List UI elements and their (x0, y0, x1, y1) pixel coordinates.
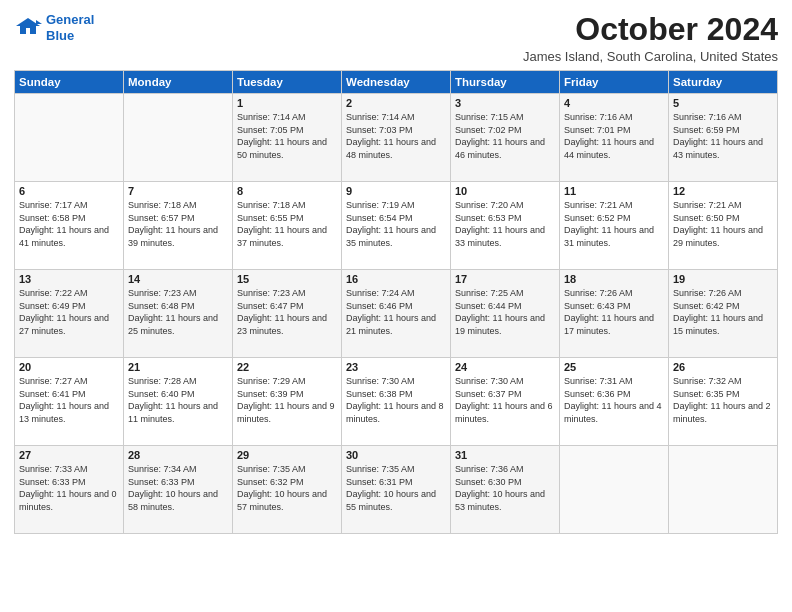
day-info: Sunrise: 7:23 AMSunset: 6:48 PMDaylight:… (128, 287, 228, 337)
day-info: Sunrise: 7:35 AMSunset: 6:31 PMDaylight:… (346, 463, 446, 513)
day-number: 10 (455, 185, 555, 197)
day-info: Sunrise: 7:21 AMSunset: 6:52 PMDaylight:… (564, 199, 664, 249)
calendar-cell: 1Sunrise: 7:14 AMSunset: 7:05 PMDaylight… (233, 94, 342, 182)
day-info: Sunrise: 7:30 AMSunset: 6:37 PMDaylight:… (455, 375, 555, 425)
calendar-cell: 23Sunrise: 7:30 AMSunset: 6:38 PMDayligh… (342, 358, 451, 446)
title-area: October 2024 James Island, South Carolin… (523, 12, 778, 64)
calendar-cell: 27Sunrise: 7:33 AMSunset: 6:33 PMDayligh… (15, 446, 124, 534)
day-info: Sunrise: 7:28 AMSunset: 6:40 PMDaylight:… (128, 375, 228, 425)
day-number: 18 (564, 273, 664, 285)
calendar-header-monday: Monday (124, 71, 233, 94)
calendar-cell: 18Sunrise: 7:26 AMSunset: 6:43 PMDayligh… (560, 270, 669, 358)
calendar-header-row: SundayMondayTuesdayWednesdayThursdayFrid… (15, 71, 778, 94)
calendar-cell: 28Sunrise: 7:34 AMSunset: 6:33 PMDayligh… (124, 446, 233, 534)
day-number: 29 (237, 449, 337, 461)
calendar-cell: 2Sunrise: 7:14 AMSunset: 7:03 PMDaylight… (342, 94, 451, 182)
day-info: Sunrise: 7:16 AMSunset: 6:59 PMDaylight:… (673, 111, 773, 161)
calendar-cell: 3Sunrise: 7:15 AMSunset: 7:02 PMDaylight… (451, 94, 560, 182)
day-info: Sunrise: 7:32 AMSunset: 6:35 PMDaylight:… (673, 375, 773, 425)
calendar-cell: 7Sunrise: 7:18 AMSunset: 6:57 PMDaylight… (124, 182, 233, 270)
day-number: 20 (19, 361, 119, 373)
day-number: 6 (19, 185, 119, 197)
day-number: 21 (128, 361, 228, 373)
day-number: 8 (237, 185, 337, 197)
calendar-header-thursday: Thursday (451, 71, 560, 94)
calendar-cell: 12Sunrise: 7:21 AMSunset: 6:50 PMDayligh… (669, 182, 778, 270)
calendar-week-2: 6Sunrise: 7:17 AMSunset: 6:58 PMDaylight… (15, 182, 778, 270)
calendar-week-1: 1Sunrise: 7:14 AMSunset: 7:05 PMDaylight… (15, 94, 778, 182)
calendar-cell: 14Sunrise: 7:23 AMSunset: 6:48 PMDayligh… (124, 270, 233, 358)
svg-marker-1 (36, 20, 42, 24)
day-number: 23 (346, 361, 446, 373)
calendar-cell: 15Sunrise: 7:23 AMSunset: 6:47 PMDayligh… (233, 270, 342, 358)
location: James Island, South Carolina, United Sta… (523, 49, 778, 64)
day-info: Sunrise: 7:30 AMSunset: 6:38 PMDaylight:… (346, 375, 446, 425)
day-info: Sunrise: 7:35 AMSunset: 6:32 PMDaylight:… (237, 463, 337, 513)
day-info: Sunrise: 7:31 AMSunset: 6:36 PMDaylight:… (564, 375, 664, 425)
day-number: 4 (564, 97, 664, 109)
day-info: Sunrise: 7:18 AMSunset: 6:55 PMDaylight:… (237, 199, 337, 249)
day-number: 3 (455, 97, 555, 109)
day-info: Sunrise: 7:24 AMSunset: 6:46 PMDaylight:… (346, 287, 446, 337)
calendar-header-sunday: Sunday (15, 71, 124, 94)
calendar-cell (560, 446, 669, 534)
day-number: 17 (455, 273, 555, 285)
day-number: 27 (19, 449, 119, 461)
day-number: 5 (673, 97, 773, 109)
logo-line1: General (46, 12, 94, 27)
day-number: 13 (19, 273, 119, 285)
calendar-week-3: 13Sunrise: 7:22 AMSunset: 6:49 PMDayligh… (15, 270, 778, 358)
day-number: 16 (346, 273, 446, 285)
day-info: Sunrise: 7:34 AMSunset: 6:33 PMDaylight:… (128, 463, 228, 513)
calendar-cell (15, 94, 124, 182)
day-number: 2 (346, 97, 446, 109)
calendar-header-wednesday: Wednesday (342, 71, 451, 94)
day-number: 9 (346, 185, 446, 197)
calendar-header-tuesday: Tuesday (233, 71, 342, 94)
day-number: 11 (564, 185, 664, 197)
calendar-header-friday: Friday (560, 71, 669, 94)
day-number: 25 (564, 361, 664, 373)
day-number: 12 (673, 185, 773, 197)
day-number: 31 (455, 449, 555, 461)
day-number: 14 (128, 273, 228, 285)
calendar-week-5: 27Sunrise: 7:33 AMSunset: 6:33 PMDayligh… (15, 446, 778, 534)
day-number: 28 (128, 449, 228, 461)
day-info: Sunrise: 7:29 AMSunset: 6:39 PMDaylight:… (237, 375, 337, 425)
day-number: 26 (673, 361, 773, 373)
day-number: 19 (673, 273, 773, 285)
calendar-cell: 6Sunrise: 7:17 AMSunset: 6:58 PMDaylight… (15, 182, 124, 270)
day-number: 1 (237, 97, 337, 109)
calendar-cell: 4Sunrise: 7:16 AMSunset: 7:01 PMDaylight… (560, 94, 669, 182)
calendar-cell: 20Sunrise: 7:27 AMSunset: 6:41 PMDayligh… (15, 358, 124, 446)
logo: General Blue (14, 12, 94, 43)
day-info: Sunrise: 7:27 AMSunset: 6:41 PMDaylight:… (19, 375, 119, 425)
calendar-cell: 10Sunrise: 7:20 AMSunset: 6:53 PMDayligh… (451, 182, 560, 270)
day-info: Sunrise: 7:18 AMSunset: 6:57 PMDaylight:… (128, 199, 228, 249)
calendar-cell: 5Sunrise: 7:16 AMSunset: 6:59 PMDaylight… (669, 94, 778, 182)
calendar-cell: 24Sunrise: 7:30 AMSunset: 6:37 PMDayligh… (451, 358, 560, 446)
logo-icon (14, 16, 42, 40)
day-info: Sunrise: 7:26 AMSunset: 6:42 PMDaylight:… (673, 287, 773, 337)
calendar-header-saturday: Saturday (669, 71, 778, 94)
day-number: 22 (237, 361, 337, 373)
day-info: Sunrise: 7:15 AMSunset: 7:02 PMDaylight:… (455, 111, 555, 161)
logo-text: General Blue (46, 12, 94, 43)
calendar-week-4: 20Sunrise: 7:27 AMSunset: 6:41 PMDayligh… (15, 358, 778, 446)
calendar-cell: 9Sunrise: 7:19 AMSunset: 6:54 PMDaylight… (342, 182, 451, 270)
calendar-cell: 26Sunrise: 7:32 AMSunset: 6:35 PMDayligh… (669, 358, 778, 446)
calendar-cell (669, 446, 778, 534)
calendar-cell: 21Sunrise: 7:28 AMSunset: 6:40 PMDayligh… (124, 358, 233, 446)
day-info: Sunrise: 7:20 AMSunset: 6:53 PMDaylight:… (455, 199, 555, 249)
calendar-cell: 8Sunrise: 7:18 AMSunset: 6:55 PMDaylight… (233, 182, 342, 270)
day-info: Sunrise: 7:19 AMSunset: 6:54 PMDaylight:… (346, 199, 446, 249)
calendar-cell: 11Sunrise: 7:21 AMSunset: 6:52 PMDayligh… (560, 182, 669, 270)
day-number: 15 (237, 273, 337, 285)
day-info: Sunrise: 7:33 AMSunset: 6:33 PMDaylight:… (19, 463, 119, 513)
calendar-cell: 25Sunrise: 7:31 AMSunset: 6:36 PMDayligh… (560, 358, 669, 446)
day-number: 24 (455, 361, 555, 373)
day-info: Sunrise: 7:17 AMSunset: 6:58 PMDaylight:… (19, 199, 119, 249)
day-number: 30 (346, 449, 446, 461)
day-info: Sunrise: 7:14 AMSunset: 7:03 PMDaylight:… (346, 111, 446, 161)
day-info: Sunrise: 7:23 AMSunset: 6:47 PMDaylight:… (237, 287, 337, 337)
